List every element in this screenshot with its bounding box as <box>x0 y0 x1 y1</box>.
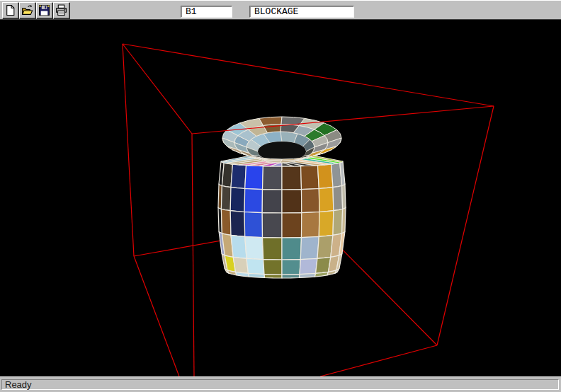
toolbar-button-group <box>2 2 69 18</box>
status-text: Ready <box>1 379 559 390</box>
new-button[interactable] <box>2 2 18 18</box>
print-icon <box>55 4 67 16</box>
object-name-field[interactable] <box>249 6 354 18</box>
new-document-icon <box>4 4 16 16</box>
open-button[interactable] <box>19 2 35 18</box>
toolbar <box>0 0 561 20</box>
print-button[interactable] <box>53 2 69 18</box>
save-button[interactable] <box>36 2 52 18</box>
blockage-object[interactable] <box>218 117 346 278</box>
save-icon <box>38 4 50 16</box>
status-bar: Ready <box>0 376 561 392</box>
open-folder-icon <box>21 4 33 16</box>
cell-ref-field[interactable] <box>181 6 232 18</box>
viewport-3d[interactable] <box>0 20 561 376</box>
